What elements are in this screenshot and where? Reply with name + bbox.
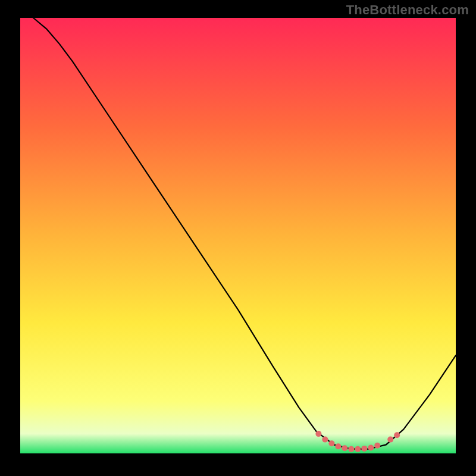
marker-dot — [328, 440, 334, 446]
marker-dot — [387, 437, 393, 443]
marker-dot — [348, 446, 354, 452]
marker-dot — [361, 446, 367, 452]
marker-dot — [374, 443, 380, 449]
marker-dot — [322, 437, 328, 443]
chart-frame: { "watermark": "TheBottleneck.com", "cha… — [0, 0, 476, 476]
marker-dot — [335, 443, 341, 449]
bottleneck-chart — [0, 0, 476, 476]
marker-dot — [368, 445, 374, 451]
marker-dot — [355, 446, 361, 452]
marker-dot — [394, 432, 400, 438]
plot-background — [20, 18, 456, 453]
marker-dot — [315, 431, 321, 437]
marker-dot — [342, 445, 347, 451]
